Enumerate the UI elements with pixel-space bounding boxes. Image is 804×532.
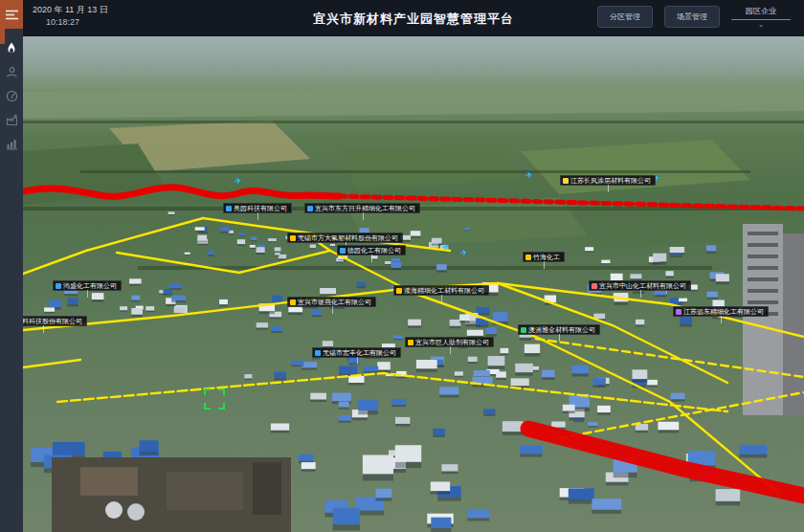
scene-manage-button[interactable]: 场景管理 — [664, 6, 720, 28]
company-label-text: 鸿盛化工有限公司 — [63, 281, 117, 291]
company-label-text: 江苏长风涂层材料有限公司 — [570, 176, 651, 186]
company-label[interactable]: 鸿盛化工有限公司 — [53, 280, 122, 291]
company-label-text: 宜兴市中山化工材料有限公司 — [599, 281, 686, 291]
top-header: 2020 年 11 月 13 日 10:18:27 宜兴市新材料产业园智慧管理平… — [23, 0, 804, 36]
user-icon — [6, 66, 18, 78]
company-marker-icon — [226, 206, 232, 211]
company-label-text: 新材料科技股份有限公司 — [23, 317, 82, 326]
company-label[interactable]: 奥园科技有限公司 — [223, 203, 292, 213]
company-label-text: 奥园科技有限公司 — [234, 204, 287, 213]
company-marker-icon — [525, 255, 531, 260]
drone-marker-icon[interactable]: ✈ — [234, 175, 242, 186]
sidebar-item-enterprise[interactable] — [0, 108, 23, 132]
chevron-down-icon: ⌄ — [731, 20, 791, 29]
gauge-icon — [6, 90, 18, 102]
company-marker-icon — [563, 178, 569, 184]
company-marker-icon — [315, 350, 321, 356]
menu-icon[interactable] — [0, 0, 23, 29]
sidebar-accent — [0, 29, 5, 44]
company-label-text: 无锡市方大氟塑材料股份有限公司 — [298, 233, 398, 243]
company-label[interactable]: 江苏远东精细化工有限公司 — [673, 306, 769, 317]
company-label[interactable]: 竹海化工 — [523, 252, 565, 262]
company-label-text: 德园化工有限公司 — [347, 246, 401, 255]
company-label-text: 澳洲雅金材料有限公司 — [528, 325, 595, 335]
company-marker-icon — [521, 327, 526, 333]
park-enterprise-dropdown[interactable]: 园区企业 ⌄ — [731, 6, 791, 29]
dropdown-label: 园区企业 — [731, 6, 791, 19]
drone-marker-icon[interactable]: ✈ — [459, 247, 468, 257]
header-actions: 分区管理 场景管理 园区企业 ⌄ — [597, 6, 791, 29]
company-label[interactable]: 德园化工有限公司 — [337, 245, 406, 255]
left-sidebar — [0, 0, 23, 532]
company-marker-icon — [592, 283, 597, 289]
bar-chart-icon — [6, 138, 18, 150]
selection-target — [204, 388, 225, 410]
company-label[interactable]: 新材料科技股份有限公司 — [23, 316, 87, 326]
company-marker-icon — [396, 288, 402, 294]
company-marker-icon — [408, 340, 413, 345]
company-label-text: 宜兴市银燕化工有限公司 — [298, 298, 371, 307]
company-label[interactable]: 无锡市宏丰化工有限公司 — [312, 347, 401, 358]
company-label-text: 江苏远东精细化工有限公司 — [683, 307, 764, 317]
smart-park-platform: 2020 年 11 月 13 日 10:18:27 宜兴市新材料产业园智慧管理平… — [0, 0, 804, 532]
company-label[interactable]: 宜兴市东方日升精细化工有限公司 — [304, 203, 420, 213]
company-label[interactable]: 宜兴市中山化工材料有限公司 — [589, 280, 691, 291]
company-label-text: 漆海精细化工材料有限公司 — [404, 286, 484, 296]
sidebar-item-statistics[interactable] — [0, 132, 23, 156]
company-label[interactable]: 江苏长风涂层材料有限公司 — [560, 175, 656, 186]
flame-icon — [6, 42, 17, 55]
company-marker-icon — [290, 235, 296, 241]
zone-manage-button[interactable]: 分区管理 — [597, 6, 653, 28]
company-marker-icon — [340, 248, 346, 254]
company-label[interactable]: 宜兴市银燕化工有限公司 — [287, 297, 376, 307]
tower-building — [743, 224, 804, 415]
company-marker-icon — [676, 309, 681, 315]
drone-marker-icon[interactable]: ✈ — [525, 169, 533, 180]
company-label-text: 宜兴市巨人助剂有限公司 — [415, 338, 489, 347]
company-label[interactable]: 无锡市方大氟塑材料股份有限公司 — [287, 233, 403, 243]
sidebar-item-monitor[interactable] — [0, 84, 23, 108]
map-3d-view[interactable]: 奥园科技有限公司 宜兴市东方日升精细化工有限公司 无锡市方大氟塑材料股份有限公司… — [23, 36, 804, 532]
sidebar-item-personnel[interactable] — [0, 60, 23, 84]
company-label[interactable]: 澳洲雅金材料有限公司 — [518, 324, 600, 335]
company-marker-icon — [290, 299, 296, 305]
company-label-text: 无锡市宏丰化工有限公司 — [323, 348, 396, 358]
company-label-text: 竹海化工 — [533, 253, 560, 262]
company-marker-icon — [56, 283, 61, 289]
factory-icon — [6, 114, 18, 126]
drone-marker-icon[interactable]: ✈ — [441, 241, 450, 252]
company-label[interactable]: 漆海精细化工材料有限公司 — [393, 285, 489, 296]
company-marker-icon — [307, 206, 313, 211]
company-label[interactable]: 宜兴市巨人助剂有限公司 — [405, 337, 494, 347]
company-label-text: 宜兴市东方日升精细化工有限公司 — [315, 204, 415, 213]
